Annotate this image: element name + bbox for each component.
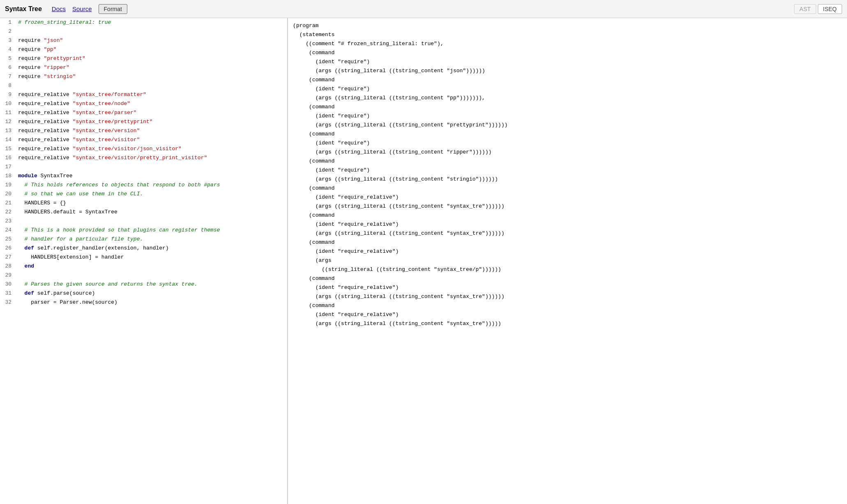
token-plain: require_relative bbox=[18, 137, 73, 143]
main-content: 1# frozen_string_literal: true2 3require… bbox=[0, 18, 847, 504]
source-link[interactable]: Source bbox=[72, 5, 92, 12]
token-keyword: def bbox=[18, 245, 34, 251]
line-number: 1 bbox=[0, 18, 16, 27]
line-number: 18 bbox=[0, 172, 16, 181]
token-plain: HANDLERS[extension] = handler bbox=[18, 254, 124, 260]
ast-button[interactable]: AST bbox=[794, 4, 816, 14]
code-line: 22 HANDLERS.default = SyntaxTree bbox=[0, 208, 287, 217]
right-buttons: AST ISEQ bbox=[794, 4, 842, 14]
format-button[interactable]: Format bbox=[99, 4, 127, 14]
line-number: 4 bbox=[0, 45, 16, 54]
token-comment: # This holds references to objects that … bbox=[18, 182, 220, 188]
code-line: 15require_relative "syntax_tree/visitor/… bbox=[0, 144, 287, 153]
line-content: def self.register_handler(extension, han… bbox=[16, 244, 287, 253]
code-line: 6require "ripper" bbox=[0, 63, 287, 72]
token-plain: require_relative bbox=[18, 92, 73, 98]
line-number: 9 bbox=[0, 90, 16, 99]
code-line: 10require_relative "syntax_tree/node" bbox=[0, 99, 287, 108]
token-plain: .register_handler(extension, handler) bbox=[50, 245, 169, 251]
token-plain: SyntaxTree bbox=[37, 173, 73, 179]
token-string: "syntax_tree/node" bbox=[73, 101, 130, 107]
line-content: # frozen_string_literal: true bbox=[16, 18, 287, 27]
line-number: 5 bbox=[0, 54, 16, 63]
token-plain: require_relative bbox=[18, 119, 73, 125]
token-plain: self bbox=[34, 290, 50, 296]
line-number: 27 bbox=[0, 253, 16, 262]
line-content: require "ripper" bbox=[16, 63, 287, 72]
code-line: 5require "prettyprint" bbox=[0, 54, 287, 63]
line-number: 32 bbox=[0, 298, 16, 307]
code-line: 19 # This holds references to objects th… bbox=[0, 181, 287, 190]
code-line: 14require_relative "syntax_tree/visitor" bbox=[0, 135, 287, 144]
token-plain: require_relative bbox=[18, 101, 73, 107]
token-string: "syntax_tree/parser" bbox=[73, 110, 137, 116]
code-line: 23 bbox=[0, 217, 287, 226]
code-line: 4require "pp" bbox=[0, 45, 287, 54]
line-content bbox=[16, 163, 287, 172]
token-string: "syntax_tree/visitor/pretty_print_visito… bbox=[73, 155, 207, 161]
token-plain: require bbox=[18, 37, 44, 44]
code-line: 26 def self.register_handler(extension, … bbox=[0, 244, 287, 253]
source-panel[interactable]: 1# frozen_string_literal: true2 3require… bbox=[0, 18, 288, 504]
line-number: 17 bbox=[0, 163, 16, 172]
token-plain: require_relative bbox=[18, 146, 73, 152]
line-content: require "pp" bbox=[16, 45, 287, 54]
line-number: 11 bbox=[0, 108, 16, 117]
token-string: "prettyprint" bbox=[44, 55, 85, 62]
line-content: require "prettyprint" bbox=[16, 54, 287, 63]
line-content: require_relative "syntax_tree/node" bbox=[16, 99, 287, 108]
line-number: 24 bbox=[0, 226, 16, 235]
token-plain: require bbox=[18, 46, 44, 53]
line-number: 22 bbox=[0, 208, 16, 217]
line-number: 7 bbox=[0, 72, 16, 81]
code-line: 7require "stringio" bbox=[0, 72, 287, 81]
code-line: 8 bbox=[0, 81, 287, 90]
token-keyword: module bbox=[18, 173, 37, 179]
line-number: 10 bbox=[0, 99, 16, 108]
token-string: "pp" bbox=[44, 46, 56, 53]
token-plain: require bbox=[18, 73, 44, 80]
code-line: 3require "json" bbox=[0, 36, 287, 45]
line-content: # so that we can use them in the CLI. bbox=[16, 190, 287, 199]
token-string: "json" bbox=[44, 37, 63, 44]
token-plain: require_relative bbox=[18, 155, 73, 161]
line-number: 19 bbox=[0, 181, 16, 190]
line-content bbox=[16, 81, 287, 90]
line-number: 30 bbox=[0, 280, 16, 289]
code-line: 31 def self.parse(source) bbox=[0, 289, 287, 298]
token-comment: # frozen_string_literal: true bbox=[18, 19, 111, 25]
iseq-button[interactable]: ISEQ bbox=[818, 4, 842, 14]
code-line: 27 HANDLERS[extension] = handler bbox=[0, 253, 287, 262]
line-number: 6 bbox=[0, 63, 16, 72]
token-keyword: def bbox=[18, 290, 34, 296]
token-plain: require_relative bbox=[18, 128, 73, 134]
line-number: 26 bbox=[0, 244, 16, 253]
line-content: module SyntaxTree bbox=[16, 172, 287, 181]
line-number: 14 bbox=[0, 135, 16, 144]
code-line: 18module SyntaxTree bbox=[0, 172, 287, 181]
line-number: 16 bbox=[0, 153, 16, 163]
token-string: "ripper" bbox=[44, 64, 69, 71]
line-content: HANDLERS[extension] = handler bbox=[16, 253, 287, 262]
line-content bbox=[16, 217, 287, 226]
token-string: "syntax_tree/prettyprint" bbox=[73, 119, 153, 125]
docs-link[interactable]: Docs bbox=[52, 5, 66, 12]
token-comment: # so that we can use them in the CLI. bbox=[18, 191, 143, 197]
code-line: 30 # Parses the given source and returns… bbox=[0, 280, 287, 289]
line-number: 25 bbox=[0, 235, 16, 244]
code-line: 9require_relative "syntax_tree/formatter… bbox=[0, 90, 287, 99]
line-content: # This is a hook provided so that plugin… bbox=[16, 226, 287, 235]
line-content: require_relative "syntax_tree/formatter" bbox=[16, 90, 287, 99]
code-line: 11require_relative "syntax_tree/parser" bbox=[0, 108, 287, 117]
line-number: 31 bbox=[0, 289, 16, 298]
line-content: require_relative "syntax_tree/visitor/js… bbox=[16, 144, 287, 153]
code-line: 17 bbox=[0, 163, 287, 172]
line-content: HANDLERS.default = SyntaxTree bbox=[16, 208, 287, 217]
token-comment: # handler for a particular file type. bbox=[18, 236, 143, 242]
token-string: "syntax_tree/formatter" bbox=[73, 92, 146, 98]
header: Syntax Tree Docs Source Format AST ISEQ bbox=[0, 0, 847, 18]
line-content: parser = Parser.new(source) bbox=[16, 298, 287, 307]
tree-panel[interactable]: (program (statements ((comment "# frozen… bbox=[288, 18, 847, 504]
token-plain: require_relative bbox=[18, 110, 73, 116]
line-number: 3 bbox=[0, 36, 16, 45]
